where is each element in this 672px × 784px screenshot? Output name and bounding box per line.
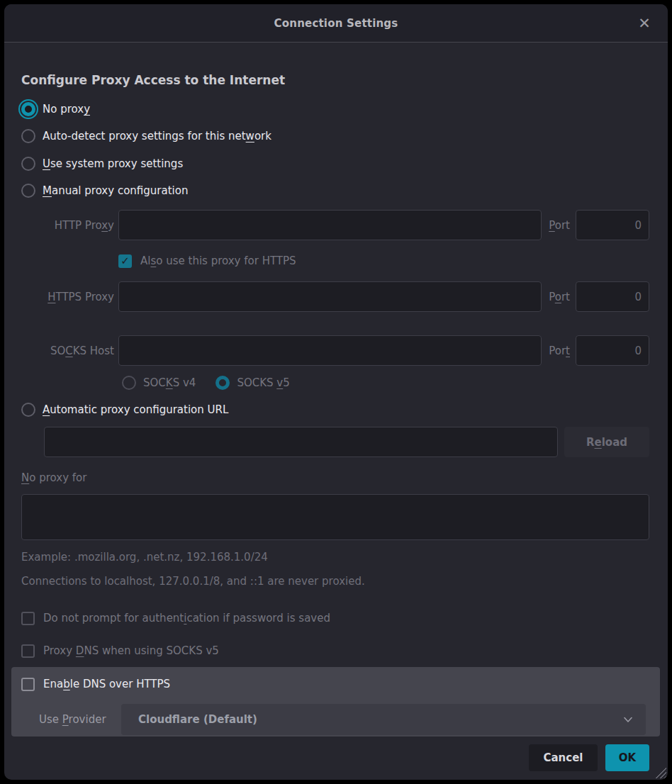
radio-system-proxy-label: Use system proxy settings — [43, 157, 183, 170]
radio-no-proxy-label: No proxy — [43, 103, 90, 116]
no-proxy-note-text: Connections to localhost, 127.0.0.1/8, a… — [21, 575, 649, 590]
https-proxy-row: HTTPS Proxy Port — [21, 281, 649, 312]
http-proxy-input[interactable] — [118, 210, 542, 240]
dialog-footer: Cancel OK — [21, 744, 649, 771]
socks-v4-option[interactable]: SOCKS v4 — [122, 376, 196, 390]
use-provider-label: Use Provider — [39, 713, 118, 726]
radio-auto-detect[interactable] — [21, 129, 35, 143]
also-https-checkbox[interactable]: ✓ — [118, 254, 132, 268]
socks-port-input[interactable] — [576, 335, 649, 366]
auto-config-url-input[interactable] — [44, 427, 558, 457]
dialog-content: Configure Proxy Access to the Internet N… — [4, 73, 668, 771]
auto-config-url-row: Reload — [44, 427, 649, 457]
https-proxy-label: HTTPS Proxy — [21, 291, 114, 303]
radio-system-proxy[interactable] — [21, 157, 35, 171]
socks-host-row: SOCKS Host Port — [21, 335, 649, 366]
https-proxy-input[interactable] — [118, 281, 542, 312]
socks-host-input[interactable] — [118, 335, 542, 366]
enable-doh-label: Enable DNS over HTTPS — [43, 678, 170, 690]
https-port-label: Port — [547, 291, 570, 303]
radio-auto-url-label: Automatic proxy configuration URL — [43, 403, 228, 416]
radio-manual-proxy-label: Manual proxy configuration — [43, 184, 188, 197]
socks-version-row: SOCKS v4 SOCKS v5 — [122, 374, 649, 392]
connection-settings-dialog: Connection Settings ✕ Configure Proxy Ac… — [4, 4, 668, 780]
reload-button[interactable]: Reload — [564, 427, 649, 457]
no-proxy-for-textarea[interactable] — [21, 494, 649, 540]
dns-over-https-section: Enable DNS over HTTPS Use Provider Cloud… — [11, 667, 660, 737]
no-proxy-example-text: Example: .mozilla.org, .net.nz, 192.168.… — [21, 551, 649, 566]
no-proxy-for-label: No proxy for — [21, 471, 649, 488]
enable-doh-row[interactable]: Enable DNS over HTTPS — [21, 675, 646, 693]
socks-v4-label: SOCKS v4 — [143, 376, 196, 389]
radio-row-system-proxy[interactable]: Use system proxy settings — [21, 155, 649, 173]
socks-v5-label: SOCKS v5 — [237, 376, 289, 389]
provider-dropdown-value: Cloudflare (Default) — [138, 713, 623, 726]
radio-socks-v5[interactable] — [215, 376, 230, 390]
radio-auto-url[interactable] — [21, 403, 35, 417]
dialog-titlebar: Connection Settings ✕ — [4, 4, 668, 43]
radio-row-no-proxy[interactable]: No proxy — [21, 100, 649, 118]
http-proxy-row: HTTP Proxy Port — [21, 210, 649, 240]
socks-host-label: SOCKS Host — [21, 345, 114, 357]
also-https-label: Also use this proxy for HTTPS — [140, 254, 296, 267]
radio-socks-v4[interactable] — [122, 376, 136, 390]
enable-doh-checkbox[interactable] — [21, 678, 35, 691]
proxy-dns-row[interactable]: Proxy DNS when using SOCKS v5 — [21, 642, 649, 660]
radio-row-manual-proxy[interactable]: Manual proxy configuration — [21, 181, 649, 200]
no-prompt-auth-checkbox[interactable] — [21, 612, 35, 625]
provider-row: Use Provider Cloudflare (Default) — [21, 704, 646, 735]
socks-port-label: Port — [547, 345, 570, 357]
http-port-label: Port — [547, 219, 570, 232]
socks-v5-option[interactable]: SOCKS v5 — [215, 376, 289, 390]
radio-row-auto-detect[interactable]: Auto-detect proxy settings for this netw… — [21, 127, 649, 145]
close-icon[interactable]: ✕ — [632, 4, 656, 43]
https-port-input[interactable] — [576, 281, 649, 312]
http-port-input[interactable] — [576, 210, 649, 240]
no-prompt-auth-row[interactable]: Do not prompt for authentication if pass… — [21, 609, 649, 627]
http-proxy-label: HTTP Proxy — [21, 219, 114, 232]
no-prompt-auth-label: Do not prompt for authentication if pass… — [43, 612, 330, 625]
chevron-down-icon — [623, 715, 633, 724]
proxy-dns-checkbox[interactable] — [21, 644, 35, 658]
also-https-row[interactable]: ✓ Also use this proxy for HTTPS — [118, 252, 649, 270]
dialog-title: Connection Settings — [274, 17, 398, 30]
radio-no-proxy[interactable] — [21, 102, 35, 116]
ok-button[interactable]: OK — [605, 744, 649, 771]
provider-dropdown[interactable]: Cloudflare (Default) — [121, 704, 646, 735]
page-title: Configure Proxy Access to the Internet — [21, 73, 649, 89]
radio-row-auto-url[interactable]: Automatic proxy configuration URL — [21, 401, 649, 419]
radio-auto-detect-label: Auto-detect proxy settings for this netw… — [43, 130, 271, 142]
proxy-dns-label: Proxy DNS when using SOCKS v5 — [43, 644, 219, 657]
radio-manual-proxy[interactable] — [21, 184, 35, 198]
cancel-button[interactable]: Cancel — [529, 744, 598, 771]
